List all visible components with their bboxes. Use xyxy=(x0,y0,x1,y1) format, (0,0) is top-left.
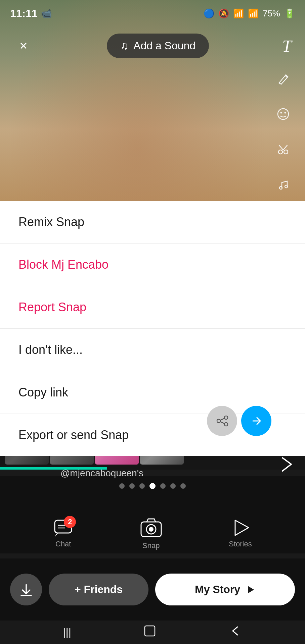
status-right-icons: 🔵 🔕 📶 📶 75% 🔋 xyxy=(204,8,295,19)
floating-actions xyxy=(207,406,271,436)
back-button[interactable] xyxy=(229,624,242,640)
svg-point-9 xyxy=(224,416,228,419)
stories-nav-label: Stories xyxy=(229,540,252,548)
dot-1 xyxy=(119,483,125,489)
add-sound-button[interactable]: ♫ Add a Sound xyxy=(107,34,209,58)
svg-line-13 xyxy=(220,418,225,420)
report-snap-item[interactable]: Report Snap xyxy=(0,286,305,329)
sticker-tool-button[interactable] xyxy=(271,102,295,126)
system-nav-bar: ||| xyxy=(0,621,305,644)
dot-2 xyxy=(129,483,135,489)
dot-7 xyxy=(180,483,186,489)
dot-3 xyxy=(139,483,145,489)
camera-status-icon: 📹 xyxy=(41,8,52,19)
my-story-button[interactable]: My Story xyxy=(155,574,295,605)
wifi-icon: 📶 xyxy=(233,8,244,19)
svg-marker-20 xyxy=(235,520,249,535)
dot-4-active xyxy=(149,483,156,489)
my-story-label: My Story xyxy=(195,583,240,596)
svg-point-19 xyxy=(149,527,154,532)
home-button[interactable] xyxy=(143,624,157,640)
svg-line-5 xyxy=(279,145,283,150)
right-toolbar xyxy=(271,67,295,196)
send-button[interactable] xyxy=(241,406,271,436)
svg-point-10 xyxy=(224,423,228,426)
username-bar: @mjencaboqueen's xyxy=(0,466,305,481)
text-tool-button[interactable]: T xyxy=(282,36,292,56)
battery-display: 75% xyxy=(263,8,280,19)
add-sound-label: Add a Sound xyxy=(133,40,195,52)
action-buttons: + Friends My Story xyxy=(0,558,305,621)
bluetooth-icon: 🔵 xyxy=(204,8,214,19)
signal-icon: 📶 xyxy=(248,8,259,19)
svg-marker-22 xyxy=(248,586,254,593)
status-bar: 11:11 📹 🔵 🔕 📶 📶 75% 🔋 xyxy=(0,0,305,27)
close-button[interactable]: × xyxy=(13,36,34,56)
camera-nav-label: Snap xyxy=(142,541,160,550)
dots-indicator xyxy=(119,483,186,489)
remix-snap-item[interactable]: Remix Snap xyxy=(0,201,305,244)
music-tool-button[interactable] xyxy=(271,173,295,196)
camera-nav-item[interactable]: Snap xyxy=(139,517,163,550)
svg-point-0 xyxy=(278,109,289,119)
block-user-item[interactable]: Block Mj Encabo xyxy=(0,244,305,286)
svg-point-8 xyxy=(285,185,288,188)
svg-point-1 xyxy=(280,112,282,114)
username-text: @mjencaboqueen's xyxy=(60,468,143,479)
mute-icon: 🔕 xyxy=(218,8,229,19)
friends-button[interactable]: + Friends xyxy=(49,574,148,605)
battery-icon: 🔋 xyxy=(284,8,295,19)
dot-5 xyxy=(160,483,166,489)
nav-icons: 2 Chat Snap Stories xyxy=(0,517,305,550)
scissors-tool-button[interactable] xyxy=(271,138,295,161)
svg-line-6 xyxy=(283,145,287,150)
chat-nav-item[interactable]: 2 Chat xyxy=(53,519,73,548)
dislike-item[interactable]: I don't like... xyxy=(0,329,305,371)
svg-point-11 xyxy=(217,419,220,423)
svg-point-4 xyxy=(284,150,288,154)
chat-badge: 2 xyxy=(64,516,76,528)
svg-point-2 xyxy=(285,112,286,114)
add-sound-music-icon: ♫ xyxy=(120,40,128,52)
time-display: 11:11 xyxy=(10,7,38,20)
pencil-tool-button[interactable] xyxy=(271,67,295,91)
chat-nav-label: Chat xyxy=(55,540,71,548)
dot-6 xyxy=(170,483,176,489)
svg-point-7 xyxy=(279,186,282,189)
svg-line-12 xyxy=(220,422,225,424)
top-toolbar: × ♫ Add a Sound T xyxy=(0,27,305,65)
svg-point-3 xyxy=(278,150,282,154)
forward-arrow-button[interactable] xyxy=(276,455,295,478)
stories-nav-item[interactable]: Stories xyxy=(229,519,252,548)
status-time: 11:11 📹 xyxy=(10,7,52,20)
bottom-nav: 2 Chat Snap Stories xyxy=(0,476,305,553)
share-button[interactable] xyxy=(207,406,237,436)
svg-rect-23 xyxy=(145,626,155,636)
save-button[interactable] xyxy=(10,574,42,605)
recent-apps-button[interactable]: ||| xyxy=(63,626,71,639)
